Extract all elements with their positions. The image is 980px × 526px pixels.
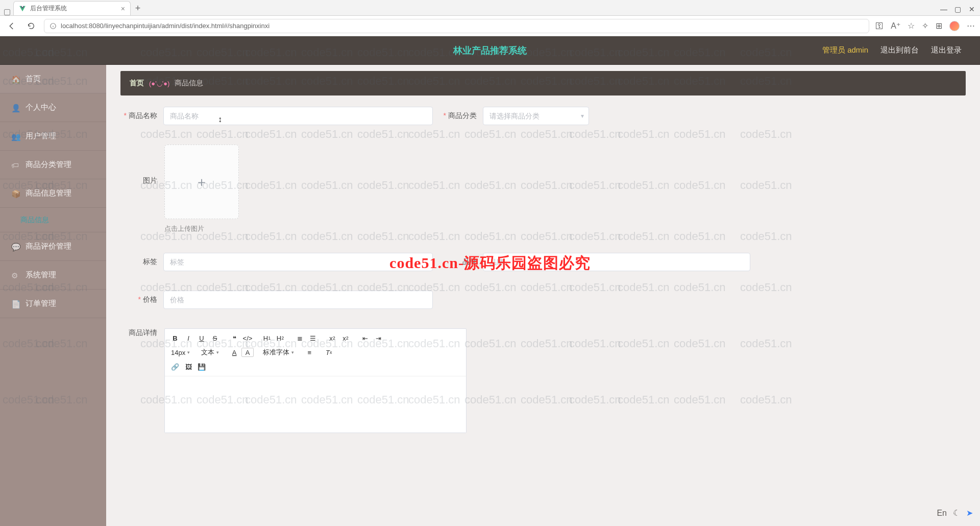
align-icon[interactable]: ≡ [303, 346, 315, 358]
app-title: 林业产品推荐系统 [453, 44, 527, 57]
editor-body[interactable] [165, 376, 466, 433]
unordered-list-icon[interactable]: ☰ [307, 332, 319, 344]
exit-to-front-link[interactable]: 退出到前台 [880, 45, 919, 55]
sidebar-item-orders[interactable]: 📄订单管理 [0, 290, 106, 318]
sidebar-item-system[interactable]: ⚙系统管理 [0, 261, 106, 290]
upload-hint: 点击上传图片 [164, 224, 239, 233]
quote-icon[interactable]: ❝ [228, 332, 240, 344]
category-select[interactable]: ▾ [483, 107, 589, 125]
rich-text-editor[interactable]: B I U S ❝ </> H1 H2 ≣ ☰ x2 [164, 328, 467, 433]
refresh-icon [27, 22, 35, 30]
editor-toolbar: B I U S ❝ </> H1 H2 ≣ ☰ x2 [165, 329, 466, 376]
minimize-icon[interactable]: — [940, 5, 947, 12]
price-input[interactable] [163, 291, 433, 309]
window-decor-icon [4, 9, 10, 15]
arrow-right-icon[interactable]: ➤ [966, 508, 973, 518]
strike-icon[interactable]: S [209, 332, 221, 344]
save-icon[interactable]: 💾 [195, 361, 208, 373]
sidebar-item-profile[interactable]: 👤个人中心 [0, 93, 106, 122]
gear-icon: ⚙ [11, 271, 19, 279]
browser-tab-title: 后台管理系统 [30, 4, 67, 13]
sidebar-item-review[interactable]: 💬商品评价管理 [0, 232, 106, 261]
header-user-label[interactable]: 管理员 admin [822, 45, 868, 55]
collections-icon[interactable]: ✧ [922, 21, 928, 31]
close-tab-icon[interactable]: × [121, 5, 125, 12]
moon-icon[interactable]: ☾ [953, 508, 960, 518]
image-icon[interactable]: 🖼 [182, 361, 194, 373]
text-type-select[interactable]: 文本▾ [199, 348, 221, 357]
category-select-display[interactable] [483, 107, 589, 125]
sidebar: 🏠首页 👤个人中心 👥用户管理 🏷商品分类管理 📦商品信息管理 商品信息 💬商品… [0, 65, 106, 526]
subscript-icon[interactable]: x2 [326, 332, 338, 344]
indent-left-icon[interactable]: ⇤ [359, 332, 371, 344]
read-aloud-icon[interactable]: A⁺ [891, 21, 900, 31]
breadcrumb-separator-icon: (●'◡'●) [149, 80, 169, 87]
close-window-icon[interactable]: ✕ [969, 5, 976, 12]
extensions-icon[interactable]: ⊞ [936, 21, 942, 31]
plus-icon: ＋ [195, 173, 208, 191]
sidebar-item-label: 商品信息管理 [26, 188, 71, 198]
translate-icon[interactable]: En [937, 509, 947, 518]
ordered-list-icon[interactable]: ≣ [293, 332, 306, 344]
font-size-select[interactable]: 14px▾ [169, 349, 192, 356]
h1-icon[interactable]: H1 [261, 332, 273, 344]
sidebar-item-label: 用户管理 [26, 131, 56, 141]
sidebar-subitem-product-info[interactable]: 商品信息 [0, 208, 106, 232]
sidebar-item-label: 首页 [26, 74, 41, 84]
key-icon[interactable]: ⚿ [875, 21, 884, 31]
clear-format-icon[interactable]: Tx [323, 346, 335, 358]
code-icon[interactable]: </> [241, 332, 254, 344]
sidebar-item-category[interactable]: 🏷商品分类管理 [0, 151, 106, 179]
browser-address-row: localhost:8080/linyechanpintuijian/admin… [0, 16, 980, 36]
italic-icon[interactable]: I [182, 332, 194, 344]
users-icon: 👥 [11, 132, 19, 140]
browser-tab-strip: 后台管理系统 × + — ▢ ✕ [0, 0, 980, 16]
arrow-left-icon [7, 21, 16, 31]
refresh-button[interactable] [24, 19, 38, 33]
image-upload-box[interactable]: ＋ [164, 145, 239, 219]
chat-icon: 💬 [11, 243, 19, 251]
more-icon[interactable]: ⋯ [967, 21, 975, 31]
favorite-icon[interactable]: ☆ [908, 21, 915, 31]
sidebar-item-label: 订单管理 [26, 299, 56, 308]
sidebar-item-label: 商品评价管理 [26, 242, 71, 251]
chevron-down-icon: ▾ [581, 112, 584, 119]
maximize-icon[interactable]: ▢ [954, 5, 962, 12]
product-name-input[interactable] [163, 107, 433, 125]
underline-icon[interactable]: U [195, 332, 208, 344]
list-icon: 📄 [11, 300, 19, 308]
font-family-select[interactable]: 标准字体▾ [261, 348, 296, 357]
user-icon: 👤 [11, 104, 19, 112]
bold-icon[interactable]: B [169, 332, 181, 344]
label-price: 价格 [120, 295, 157, 304]
sidebar-item-product-info[interactable]: 📦商品信息管理 [0, 179, 106, 208]
sidebar-item-label: 商品分类管理 [26, 160, 71, 170]
page-mini-toolbar: En ☾ ➤ [937, 508, 973, 518]
logout-link[interactable]: 退出登录 [931, 45, 962, 55]
indent-right-icon[interactable]: ⇥ [372, 332, 384, 344]
info-icon [50, 22, 57, 30]
tag-input[interactable] [163, 253, 433, 271]
breadcrumb: 首页 (●'◡'●) 商品信息 [120, 71, 966, 95]
text-color-icon[interactable]: A [228, 346, 240, 358]
link-icon[interactable]: 🔗 [169, 361, 181, 373]
sidebar-item-label: 系统管理 [26, 270, 56, 280]
home-icon: 🏠 [11, 75, 19, 83]
label-category: 商品分类 [440, 111, 477, 121]
browser-tab[interactable]: 后台管理系统 × [13, 1, 131, 15]
sidebar-item-user-manage[interactable]: 👥用户管理 [0, 122, 106, 151]
label-image: 图片 [120, 145, 157, 185]
bg-color-icon[interactable]: A [241, 348, 254, 357]
superscript-icon[interactable]: x2 [339, 332, 352, 344]
label-detail: 商品详情 [120, 328, 157, 338]
new-tab-button[interactable]: + [131, 1, 145, 15]
brand-input[interactable] [483, 253, 750, 271]
back-button[interactable] [5, 19, 18, 33]
profile-avatar-icon[interactable] [949, 21, 960, 31]
h2-icon[interactable]: H2 [274, 332, 286, 344]
address-bar[interactable]: localhost:8080/linyechanpintuijian/admin… [44, 19, 869, 33]
breadcrumb-home[interactable]: 首页 [130, 79, 144, 88]
box-icon: 📦 [11, 189, 19, 198]
sidebar-item-home[interactable]: 🏠首页 [0, 65, 106, 93]
sidebar-item-label: 商品信息 [20, 216, 49, 225]
